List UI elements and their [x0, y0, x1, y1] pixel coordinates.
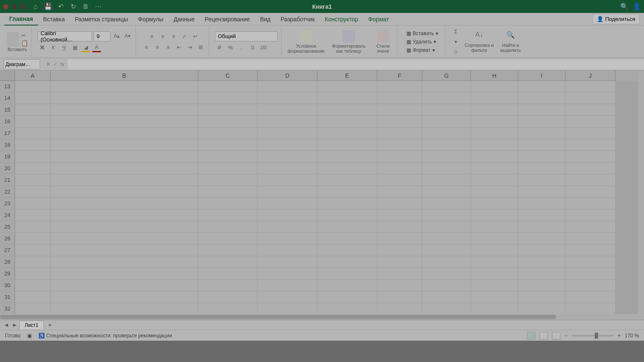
cell[interactable]: [422, 268, 471, 280]
cell[interactable]: [198, 151, 258, 163]
cell[interactable]: [565, 280, 616, 291]
decrease-indent-icon[interactable]: ⇤: [174, 43, 184, 52]
cell[interactable]: [471, 303, 518, 315]
row-header[interactable]: 17: [0, 127, 15, 139]
row-header[interactable]: 25: [0, 221, 15, 233]
cell[interactable]: [422, 291, 471, 303]
horizontal-scrollbar[interactable]: [0, 314, 638, 320]
sheet-nav-prev[interactable]: ◀: [3, 322, 10, 328]
cell[interactable]: [471, 209, 518, 221]
cell[interactable]: [377, 209, 422, 221]
cell[interactable]: [422, 139, 471, 151]
cell[interactable]: [51, 92, 198, 104]
select-all-corner[interactable]: [0, 71, 15, 81]
cut-icon[interactable]: ✂: [21, 32, 28, 39]
fill-color-button[interactable]: ◢: [81, 43, 90, 52]
currency-icon[interactable]: ₽: [215, 43, 224, 52]
name-box[interactable]: Диаграм…: [3, 59, 40, 69]
worksheet-grid[interactable]: ABCDEFGHIJ 13141516171819202122232425262…: [0, 71, 644, 320]
cell[interactable]: [422, 104, 471, 116]
cell[interactable]: [377, 245, 422, 256]
cell[interactable]: [15, 104, 51, 116]
cell[interactable]: [518, 245, 565, 256]
orientation-icon[interactable]: ⤢: [180, 32, 189, 41]
cell[interactable]: [565, 104, 616, 116]
row-header[interactable]: 30: [0, 280, 15, 291]
cell[interactable]: [471, 233, 518, 245]
row-header[interactable]: 15: [0, 104, 15, 116]
tab-home[interactable]: Главная: [4, 13, 38, 25]
cell[interactable]: [317, 291, 377, 303]
cell[interactable]: [258, 163, 317, 174]
cell[interactable]: [198, 280, 258, 291]
cell[interactable]: [51, 116, 198, 127]
cell[interactable]: [317, 186, 377, 198]
merge-cells-icon[interactable]: ⊞: [196, 43, 205, 52]
maximize-window[interactable]: [20, 4, 25, 9]
font-name-select[interactable]: Calibri (Основной…: [38, 31, 92, 41]
tab-developer[interactable]: Разработчик: [276, 13, 320, 25]
cell[interactable]: [51, 81, 198, 92]
cell[interactable]: [518, 233, 565, 245]
row-header[interactable]: 19: [0, 151, 15, 163]
cell[interactable]: [317, 174, 377, 186]
cell[interactable]: [15, 291, 51, 303]
cell[interactable]: [258, 280, 317, 291]
cell[interactable]: [317, 127, 377, 139]
cell[interactable]: [565, 198, 616, 209]
close-window[interactable]: [3, 4, 8, 9]
cell[interactable]: [258, 256, 317, 268]
row-header[interactable]: 27: [0, 245, 15, 256]
row-header[interactable]: 28: [0, 256, 15, 268]
cell[interactable]: [565, 233, 616, 245]
cell[interactable]: [258, 221, 317, 233]
home-icon[interactable]: ⌂: [32, 3, 39, 10]
row-header[interactable]: 24: [0, 209, 15, 221]
cell[interactable]: [377, 221, 422, 233]
cell[interactable]: [565, 139, 616, 151]
cell[interactable]: [518, 291, 565, 303]
tab-formulas[interactable]: Формулы: [133, 13, 169, 25]
undo-icon[interactable]: ↶: [57, 3, 64, 10]
tab-page-layout[interactable]: Разметка страницы: [70, 13, 133, 25]
cell[interactable]: [422, 233, 471, 245]
cancel-formula-icon[interactable]: ✕: [46, 61, 51, 67]
cell[interactable]: [258, 291, 317, 303]
cell[interactable]: [258, 116, 317, 127]
cell[interactable]: [51, 186, 198, 198]
cell[interactable]: [15, 245, 51, 256]
cell[interactable]: [377, 268, 422, 280]
scrollbar-thumb[interactable]: [0, 315, 556, 319]
cell[interactable]: [51, 174, 198, 186]
add-sheet-button[interactable]: +: [45, 321, 55, 330]
cell[interactable]: [565, 81, 616, 92]
cell[interactable]: [51, 163, 198, 174]
cell[interactable]: [471, 280, 518, 291]
cell[interactable]: [258, 92, 317, 104]
cell[interactable]: [258, 245, 317, 256]
cell[interactable]: [198, 174, 258, 186]
cell[interactable]: [422, 245, 471, 256]
font-size-select[interactable]: 9: [94, 31, 110, 41]
tab-chart-design[interactable]: Конструктор: [320, 13, 363, 25]
cell[interactable]: [198, 92, 258, 104]
minimize-window[interactable]: [12, 4, 17, 9]
cell[interactable]: [15, 92, 51, 104]
cell[interactable]: [258, 151, 317, 163]
format-cells-button[interactable]: ▦ Формат ▾: [403, 46, 438, 54]
cell[interactable]: [518, 268, 565, 280]
row-header[interactable]: 22: [0, 186, 15, 198]
cell[interactable]: [15, 280, 51, 291]
row-header[interactable]: 32: [0, 303, 15, 315]
sheet-nav-next[interactable]: ▶: [11, 322, 18, 328]
cell[interactable]: [258, 127, 317, 139]
cell[interactable]: [565, 245, 616, 256]
cell[interactable]: [51, 303, 198, 315]
cell[interactable]: [518, 151, 565, 163]
more-icon[interactable]: ⋯: [95, 3, 102, 10]
cell[interactable]: [15, 116, 51, 127]
align-left-icon[interactable]: ≡: [142, 43, 151, 52]
zoom-out-button[interactable]: −: [565, 333, 567, 339]
row-header[interactable]: 29: [0, 268, 15, 280]
accessibility-status[interactable]: ♿ Специальные возможности: проверьте рек…: [38, 333, 172, 339]
